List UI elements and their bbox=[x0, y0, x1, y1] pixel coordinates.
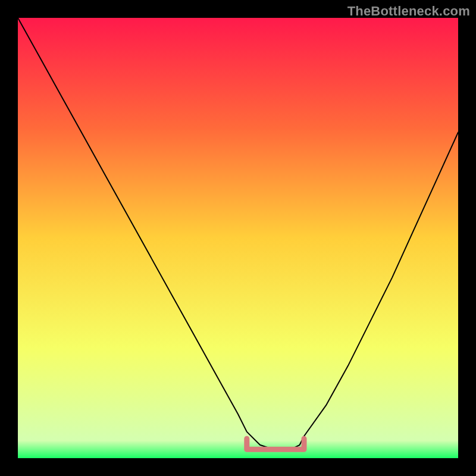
chart-svg bbox=[18, 18, 458, 458]
plot-area bbox=[18, 18, 458, 458]
gradient-background bbox=[18, 18, 458, 458]
watermark-text: TheBottleneck.com bbox=[347, 4, 470, 19]
chart-stage: TheBottleneck.com bbox=[0, 0, 476, 476]
